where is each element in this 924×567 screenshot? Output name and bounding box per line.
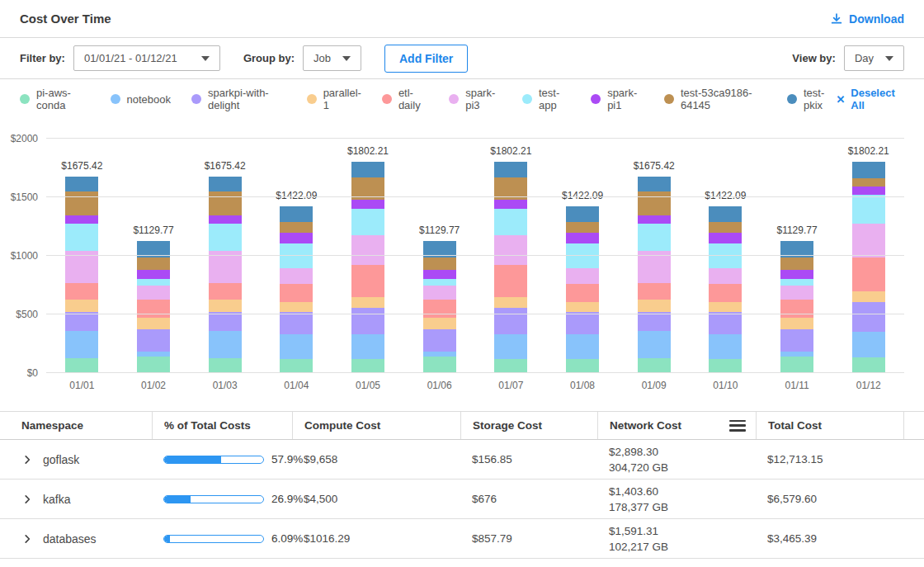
stacked-bar[interactable] bbox=[351, 162, 384, 373]
download-button[interactable]: Download bbox=[830, 12, 904, 26]
bar-segment-test-pkix[interactable] bbox=[494, 162, 527, 177]
bar-segment-spark-pi1[interactable] bbox=[566, 233, 599, 243]
bar-segment-test-53ca9186-64145[interactable] bbox=[280, 222, 313, 233]
bar-segment-test-app[interactable] bbox=[638, 224, 671, 251]
bar-segment-test-53ca9186-64145[interactable] bbox=[852, 178, 885, 187]
legend-item[interactable]: pi-aws-conda bbox=[20, 87, 90, 111]
bar-segment-parallel-1[interactable] bbox=[638, 300, 671, 313]
legend-item[interactable]: test-pkix bbox=[787, 87, 836, 111]
column-header-network-cost[interactable]: Network Cost bbox=[597, 412, 756, 439]
bar-segment-sparkpi-with-delight[interactable] bbox=[494, 308, 527, 334]
bar-segment-test-pkix[interactable] bbox=[852, 162, 885, 178]
legend-item[interactable]: parallel-1 bbox=[307, 87, 361, 111]
bar-segment-etl-daily[interactable] bbox=[709, 284, 742, 302]
deselect-all-button[interactable]: ✕ Deselect All bbox=[836, 87, 904, 111]
bar-segment-spark-pi3[interactable] bbox=[137, 286, 170, 300]
bar-segment-pi-aws-conda[interactable] bbox=[209, 358, 242, 373]
bar-segment-test-app[interactable] bbox=[709, 243, 742, 268]
bar-segment-sparkpi-with-delight[interactable] bbox=[852, 302, 885, 332]
stacked-bar[interactable] bbox=[852, 162, 885, 373]
bar-segment-spark-pi3[interactable] bbox=[351, 235, 384, 265]
bar-segment-spark-pi1[interactable] bbox=[423, 270, 456, 279]
bar-segment-etl-daily[interactable] bbox=[209, 283, 242, 300]
bar-segment-etl-daily[interactable] bbox=[852, 258, 885, 291]
legend-item[interactable]: etl-daily bbox=[382, 87, 428, 111]
legend-item[interactable]: test-53ca9186-64145 bbox=[664, 87, 766, 111]
table-row[interactable]: databases6.09%$1016.29$857.79$1,591.3110… bbox=[0, 519, 924, 559]
bar-segment-test-app[interactable] bbox=[566, 243, 599, 268]
bar-segment-sparkpi-with-delight[interactable] bbox=[566, 312, 599, 334]
bar-segment-pi-aws-conda[interactable] bbox=[852, 357, 885, 373]
bar-segment-pi-aws-conda[interactable] bbox=[566, 359, 599, 373]
bar-segment-test-53ca9186-64145[interactable] bbox=[566, 222, 599, 233]
bar-segment-pi-aws-conda[interactable] bbox=[780, 357, 813, 373]
bar-segment-spark-pi1[interactable] bbox=[780, 270, 813, 279]
bar-segment-etl-daily[interactable] bbox=[423, 300, 456, 317]
bar-segment-sparkpi-with-delight[interactable] bbox=[638, 312, 671, 330]
bar-segment-notebook[interactable] bbox=[280, 334, 313, 359]
stacked-bar[interactable] bbox=[209, 177, 242, 373]
bar-segment-spark-pi3[interactable] bbox=[566, 268, 599, 284]
column-header-compute-cost[interactable]: Compute Cost bbox=[292, 412, 460, 439]
bar-segment-parallel-1[interactable] bbox=[137, 318, 170, 329]
bar-segment-test-53ca9186-64145[interactable] bbox=[780, 258, 813, 270]
bar-segment-spark-pi3[interactable] bbox=[852, 224, 885, 258]
bar-segment-parallel-1[interactable] bbox=[65, 300, 98, 313]
bar-segment-test-app[interactable] bbox=[852, 195, 885, 223]
bar-segment-sparkpi-with-delight[interactable] bbox=[780, 329, 813, 352]
bar-segment-sparkpi-with-delight[interactable] bbox=[709, 312, 742, 334]
bar-segment-test-pkix[interactable] bbox=[209, 177, 242, 191]
bar-segment-test-app[interactable] bbox=[351, 209, 384, 236]
bar-segment-pi-aws-conda[interactable] bbox=[494, 359, 527, 373]
bar-segment-etl-daily[interactable] bbox=[137, 300, 170, 317]
expand-row-button[interactable] bbox=[21, 494, 33, 505]
bar-segment-notebook[interactable] bbox=[65, 331, 98, 358]
bar-segment-spark-pi3[interactable] bbox=[494, 235, 527, 265]
bar-segment-parallel-1[interactable] bbox=[209, 300, 242, 313]
bar-segment-sparkpi-with-delight[interactable] bbox=[65, 312, 98, 330]
add-filter-button[interactable]: Add Filter bbox=[384, 45, 468, 73]
stacked-bar[interactable] bbox=[280, 206, 313, 373]
bar-segment-sparkpi-with-delight[interactable] bbox=[137, 329, 170, 352]
bar-segment-notebook[interactable] bbox=[566, 334, 599, 359]
bar-segment-notebook[interactable] bbox=[638, 331, 671, 358]
bar-segment-sparkpi-with-delight[interactable] bbox=[351, 308, 384, 334]
legend-item[interactable]: notebook bbox=[111, 93, 172, 106]
bar-segment-parallel-1[interactable] bbox=[709, 302, 742, 312]
bar-segment-spark-pi1[interactable] bbox=[852, 187, 885, 196]
bar-segment-spark-pi1[interactable] bbox=[137, 270, 170, 279]
bar-segment-test-pkix[interactable] bbox=[65, 177, 98, 191]
bar-segment-spark-pi1[interactable] bbox=[65, 215, 98, 224]
bar-segment-spark-pi1[interactable] bbox=[209, 215, 242, 224]
bar-segment-parallel-1[interactable] bbox=[280, 302, 313, 312]
bar-segment-test-app[interactable] bbox=[280, 243, 313, 268]
group-by-select[interactable]: Job bbox=[303, 45, 361, 71]
bar-segment-notebook[interactable] bbox=[709, 334, 742, 359]
bar-segment-test-pkix[interactable] bbox=[351, 162, 384, 177]
bar-segment-test-53ca9186-64145[interactable] bbox=[209, 191, 242, 215]
column-header-total-cost[interactable]: Total Cost bbox=[756, 412, 904, 439]
stacked-bar[interactable] bbox=[709, 206, 742, 373]
view-by-select[interactable]: Day bbox=[844, 45, 904, 71]
bar-segment-spark-pi3[interactable] bbox=[280, 268, 313, 284]
bar-segment-test-pkix[interactable] bbox=[638, 177, 671, 191]
bar-segment-etl-daily[interactable] bbox=[780, 300, 813, 317]
bar-segment-parallel-1[interactable] bbox=[852, 291, 885, 302]
bar-segment-test-pkix[interactable] bbox=[566, 206, 599, 222]
bar-segment-etl-daily[interactable] bbox=[280, 284, 313, 302]
bar-segment-pi-aws-conda[interactable] bbox=[351, 359, 384, 373]
bar-segment-test-pkix[interactable] bbox=[280, 206, 313, 222]
stacked-bar[interactable] bbox=[423, 241, 456, 373]
bar-segment-etl-daily[interactable] bbox=[351, 265, 384, 297]
bar-segment-test-pkix[interactable] bbox=[709, 206, 742, 222]
bar-segment-etl-daily[interactable] bbox=[494, 265, 527, 297]
bar-segment-spark-pi3[interactable] bbox=[423, 286, 456, 300]
bar-segment-pi-aws-conda[interactable] bbox=[280, 359, 313, 373]
stacked-bar[interactable] bbox=[566, 206, 599, 373]
bar-segment-test-app[interactable] bbox=[780, 279, 813, 286]
bar-segment-test-app[interactable] bbox=[137, 279, 170, 286]
bar-segment-test-app[interactable] bbox=[423, 279, 456, 286]
bar-segment-sparkpi-with-delight[interactable] bbox=[423, 329, 456, 352]
bar-segment-notebook[interactable] bbox=[351, 334, 384, 359]
bar-segment-test-53ca9186-64145[interactable] bbox=[423, 258, 456, 270]
